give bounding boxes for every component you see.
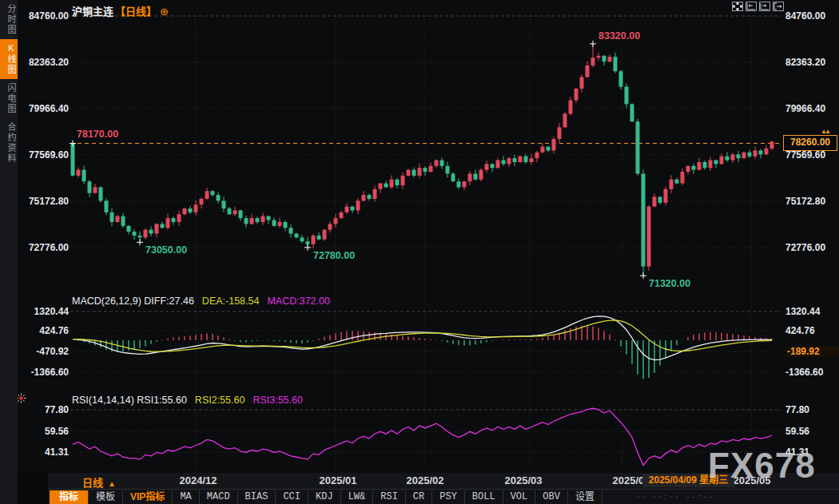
- toolbar-item-VIP指标[interactable]: VIP指标: [123, 490, 173, 504]
- chart-title: 沪铜主连【日线】⊕: [72, 3, 169, 18]
- main-axis-right-4: 75172.80: [785, 196, 838, 207]
- candle-body: [368, 195, 372, 199]
- candle-body: [474, 173, 478, 179]
- extreme-price-label: 72780.00: [313, 250, 355, 261]
- period-tag: 【日线】: [115, 6, 157, 18]
- grid-icon[interactable]: [732, 2, 743, 11]
- rsi-axis-left-0: 77.80: [19, 404, 69, 415]
- candle-body: [519, 157, 523, 162]
- export-icon[interactable]: [773, 2, 784, 11]
- sidebar-item-2[interactable]: K线图: [0, 39, 18, 79]
- pan-right-icon[interactable]: [759, 2, 770, 11]
- toolbar-item-CCI[interactable]: CCI: [276, 490, 308, 504]
- candle-body: [133, 232, 137, 236]
- candle-body: [513, 158, 517, 162]
- candle-body: [686, 166, 690, 172]
- sidebar: 分时图K线图闪电图合约资料: [0, 0, 18, 504]
- selected-date-badge: 2025/04/09 星期三: [642, 474, 734, 487]
- candle-body: [284, 222, 288, 228]
- macd-axis-left-1: 424.76: [19, 325, 69, 336]
- candlestick-chart[interactable]: 78170.0073050.0072780.0083320.0071320.00: [0, 0, 839, 504]
- candle-body: [228, 208, 232, 214]
- candle-body: [563, 113, 567, 127]
- candle-body: [250, 218, 254, 224]
- candle-body: [429, 166, 433, 172]
- toolbar-item-PSY[interactable]: PSY: [432, 490, 465, 504]
- main-axis-right-5: 72776.00: [785, 242, 838, 253]
- candle-body: [396, 180, 400, 185]
- toolbar-item-OBV[interactable]: OBV: [535, 490, 568, 504]
- current-price-badge: 78260.00: [783, 135, 837, 151]
- candle-body: [105, 200, 109, 212]
- candle-body: [356, 200, 360, 210]
- candle-body: [138, 236, 142, 237]
- candle-body: [71, 143, 75, 175]
- extreme-price-label: 83320.00: [598, 30, 640, 42]
- toolbar-item-MA[interactable]: MA: [173, 490, 199, 504]
- candle-body: [698, 162, 702, 170]
- candle-body: [82, 170, 86, 182]
- pan-left-icon[interactable]: [746, 2, 757, 11]
- candle-body: [591, 58, 595, 65]
- candle-body: [177, 214, 181, 222]
- candle-body: [401, 176, 405, 185]
- add-indicator-icon[interactable]: ⊕: [160, 6, 169, 18]
- candle-body: [211, 191, 215, 195]
- candle-body: [312, 236, 316, 244]
- candle-body: [412, 170, 416, 176]
- symbol-name: 沪铜主连: [72, 6, 113, 18]
- window-controls: [732, 2, 784, 11]
- toolbar-item-模板[interactable]: 模板: [89, 490, 123, 504]
- candle-body: [709, 161, 713, 169]
- candle-body: [272, 220, 276, 226]
- candle-body: [759, 150, 763, 154]
- candle-body: [742, 153, 746, 158]
- main-axis-left-1: 82363.20: [19, 57, 69, 68]
- toolbar-item-KDJ[interactable]: KDJ: [308, 490, 341, 504]
- period-selector[interactable]: 日线▲: [82, 474, 116, 490]
- candle-body: [161, 224, 165, 228]
- candle-body: [457, 181, 461, 187]
- candle-body: [580, 77, 584, 89]
- toolbar-item-指标[interactable]: 指标: [50, 490, 89, 504]
- candle-body: [479, 170, 483, 180]
- candle-body: [602, 56, 606, 62]
- sidebar-item-4[interactable]: 合约资料: [0, 118, 18, 168]
- toolbar-item-设置[interactable]: 设置: [568, 490, 602, 504]
- candle-body: [552, 139, 556, 151]
- candle-body: [714, 161, 718, 165]
- rsi-axis-left-2: 41.31: [19, 446, 69, 458]
- candle-body: [681, 172, 685, 184]
- rsi-line: [73, 408, 772, 465]
- rsi-axis-right-2: 41.31: [785, 446, 838, 458]
- candle-body: [245, 218, 249, 224]
- toolbar-item-BOLL[interactable]: BOLL: [465, 490, 503, 504]
- macd-axis-left-2: -470.92: [19, 346, 69, 357]
- macd-dea-line: [73, 320, 772, 351]
- candle-body: [653, 197, 657, 207]
- candle-body: [256, 218, 260, 222]
- rsi-axis-left-1: 59.56: [19, 426, 69, 437]
- candle-body: [217, 195, 221, 200]
- candle-body: [630, 104, 634, 121]
- sidebar-item-3[interactable]: 闪电图: [0, 79, 18, 118]
- toolbar-item-MACD[interactable]: MACD: [200, 490, 238, 504]
- candle-body: [194, 204, 198, 212]
- toolbar-item-VOL[interactable]: VOL: [503, 490, 536, 504]
- toolbar-item-CR[interactable]: CR: [406, 490, 432, 504]
- candle-body: [496, 161, 500, 169]
- extreme-price-label: 71320.00: [649, 278, 690, 289]
- toolbar-item-RSI[interactable]: RSI: [373, 490, 406, 504]
- candle-body: [300, 237, 304, 241]
- candle-body: [317, 236, 321, 240]
- toolbar-item-BIAS[interactable]: BIAS: [238, 490, 276, 504]
- candle-body: [451, 173, 455, 181]
- toolbar-item-LW&[interactable]: LW&: [341, 490, 374, 504]
- macd-axis-left-0: 1320.44: [19, 306, 69, 317]
- candle-body: [99, 187, 103, 200]
- sidebar-item-1[interactable]: 分时图: [0, 0, 18, 39]
- candle-body: [530, 158, 534, 162]
- candle-body: [754, 150, 757, 156]
- candle-body: [362, 195, 366, 200]
- candle-body: [189, 208, 193, 212]
